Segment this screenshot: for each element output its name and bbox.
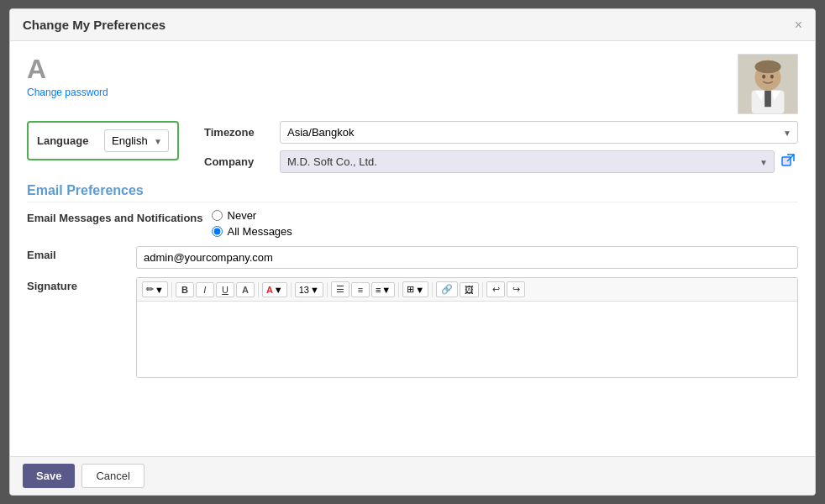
pen-dropdown-arrow: ▼ xyxy=(155,285,164,295)
notifications-options: Never All Messages xyxy=(212,209,798,238)
all-messages-radio[interactable] xyxy=(212,226,223,237)
save-button[interactable]: Save xyxy=(23,464,75,488)
dialog-footer: Save Cancel xyxy=(10,456,815,495)
cancel-button[interactable]: Cancel xyxy=(81,464,144,488)
toolbar-divider-3 xyxy=(291,282,292,297)
highlight-button[interactable]: A xyxy=(236,282,255,297)
numbered-list-button[interactable]: ≡ xyxy=(351,282,370,297)
notifications-label: Email Messages and Notifications xyxy=(27,209,203,224)
language-select[interactable]: English xyxy=(104,129,169,152)
close-button[interactable]: × xyxy=(795,18,802,32)
company-select[interactable]: M.D. Soft Co., Ltd. xyxy=(280,150,775,173)
avatar-letter: A xyxy=(27,54,108,85)
company-external-link-button[interactable] xyxy=(778,152,798,171)
right-col: Timezone Asia/Bangkok ▼ Company M. xyxy=(204,121,798,173)
editor-toolbar: ✏ ▼ B I U A A ▼ xyxy=(137,278,797,302)
timezone-row: Timezone Asia/Bangkok ▼ xyxy=(204,121,798,144)
never-radio[interactable] xyxy=(212,210,223,221)
font-size-dropdown[interactable]: 13 ▼ xyxy=(295,282,323,297)
pen-icon: ✏ xyxy=(146,284,154,295)
bold-button[interactable]: B xyxy=(176,282,194,297)
left-col: Language English ▼ xyxy=(27,121,179,173)
timezone-select-wrap: Asia/Bangkok ▼ xyxy=(280,121,798,144)
timezone-label: Timezone xyxy=(204,126,271,139)
dialog-title: Change My Preferences xyxy=(23,18,166,32)
preferences-grid: Language English ▼ Timezone Asia/Ban xyxy=(27,121,798,173)
dialog-body: A Change password xyxy=(10,41,815,456)
link-button[interactable]: 🔗 xyxy=(436,281,458,297)
table-arrow: ▼ xyxy=(415,285,424,295)
svg-rect-2 xyxy=(765,91,771,107)
svg-point-8 xyxy=(770,75,774,79)
never-label: Never xyxy=(228,209,257,222)
align-dropdown[interactable]: ≡ ▼ xyxy=(371,282,395,297)
table-dropdown[interactable]: ⊞ ▼ xyxy=(402,281,428,297)
svg-point-6 xyxy=(754,60,780,74)
profile-section: A Change password xyxy=(27,54,798,114)
email-row: Email xyxy=(27,246,798,269)
toolbar-divider-2 xyxy=(258,282,259,297)
email-input-wrap xyxy=(136,246,798,269)
preferences-dialog: Change My Preferences × A Change passwor… xyxy=(9,8,816,496)
never-option[interactable]: Never xyxy=(212,209,798,222)
pen-dropdown[interactable]: ✏ ▼ xyxy=(142,281,168,297)
timezone-select[interactable]: Asia/Bangkok xyxy=(280,121,798,144)
svg-point-7 xyxy=(762,75,765,79)
email-preferences-section: Email Preferences Email Messages and Not… xyxy=(27,183,798,378)
profile-photo xyxy=(738,54,798,114)
font-color-dropdown[interactable]: A ▼ xyxy=(262,282,287,297)
toolbar-divider-4 xyxy=(327,282,328,297)
table-icon: ⊞ xyxy=(407,284,414,295)
signature-editor: ✏ ▼ B I U A A ▼ xyxy=(136,277,798,378)
email-section-title: Email Preferences xyxy=(27,183,798,202)
signature-label: Signature xyxy=(27,277,128,292)
image-button[interactable]: 🖼 xyxy=(460,282,479,297)
redo-button[interactable]: ↪ xyxy=(507,281,525,297)
language-select-wrap: English ▼ xyxy=(104,129,169,152)
company-label: Company xyxy=(204,155,271,168)
signature-editor-wrap: ✏ ▼ B I U A A ▼ xyxy=(136,277,798,378)
signature-row: Signature ✏ ▼ B I U xyxy=(27,277,798,378)
all-messages-label: All Messages xyxy=(228,225,292,238)
underline-button[interactable]: U xyxy=(216,282,234,297)
dialog-header: Change My Preferences × xyxy=(10,9,815,41)
bullet-list-button[interactable]: ☰ xyxy=(331,281,349,297)
external-link-icon xyxy=(781,154,795,167)
font-color-arrow: ▼ xyxy=(274,285,283,295)
font-color-icon: A xyxy=(266,285,273,295)
change-password-link[interactable]: Change password xyxy=(27,87,108,98)
all-messages-option[interactable]: All Messages xyxy=(212,225,798,238)
toolbar-divider-1 xyxy=(171,282,172,297)
profile-left: A Change password xyxy=(27,54,108,98)
company-row: Company M.D. Soft Co., Ltd. ▼ xyxy=(204,150,798,173)
company-input-group: M.D. Soft Co., Ltd. ▼ xyxy=(280,150,798,173)
company-select-wrap: M.D. Soft Co., Ltd. ▼ xyxy=(280,150,775,173)
italic-button[interactable]: I xyxy=(196,282,214,297)
signature-editor-body[interactable] xyxy=(137,302,797,377)
language-label: Language xyxy=(37,134,96,147)
undo-button[interactable]: ↩ xyxy=(486,281,505,297)
email-input[interactable] xyxy=(136,246,798,269)
toolbar-divider-6 xyxy=(432,282,433,297)
language-box: Language English ▼ xyxy=(27,121,179,160)
email-label: Email xyxy=(27,246,128,261)
toolbar-divider-5 xyxy=(398,282,399,297)
toolbar-divider-7 xyxy=(482,282,483,297)
align-arrow: ▼ xyxy=(381,285,391,295)
notifications-row: Email Messages and Notifications Never A… xyxy=(27,209,798,238)
font-size-arrow: ▼ xyxy=(310,285,319,295)
align-icon: ≡ xyxy=(376,285,381,295)
font-size-value: 13 xyxy=(299,285,309,295)
